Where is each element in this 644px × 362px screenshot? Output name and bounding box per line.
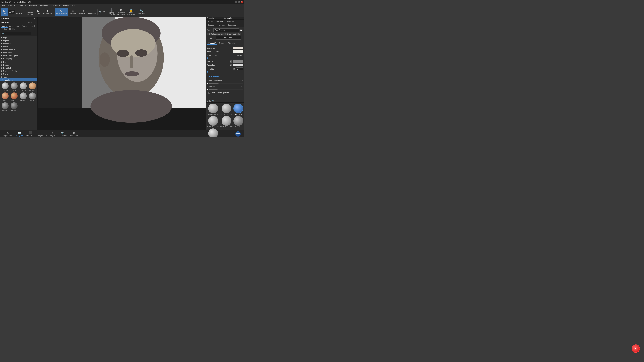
material-name-input[interactable] — [214, 28, 239, 32]
menu-ambiente[interactable]: Ambiente — [16, 4, 27, 7]
cat-stone[interactable]: ▶Stone — [0, 72, 38, 75]
preview-pm3d-1[interactable]: PM3D_Sphere3D1 — [220, 116, 233, 128]
material-human-sk2[interactable]: Human Sk... — [1, 92, 10, 102]
close-panel-icon[interactable]: ✕ — [33, 17, 36, 20]
preview-sopracciglia02[interactable]: Sopracciglia_02 — [207, 104, 220, 115]
material-translucent1[interactable]: Transluce... — [28, 92, 37, 102]
reimposta-button[interactable]: ↺ Reimpostafotocamera — [116, 7, 126, 16]
campioni-slider-thumb[interactable] — [207, 89, 208, 90]
strumenti-button[interactable]: 🔧 Strumenti — [137, 7, 146, 16]
material-grey-skin[interactable]: Grey Skin — [19, 82, 28, 92]
modalita-button[interactable]: ⊞ Modalità diprestazioni — [25, 7, 34, 16]
texture-icon-btn[interactable]: ⊞ — [230, 60, 232, 63]
blocca-button[interactable]: 🔒 Bloccafotocamera — [126, 7, 136, 16]
texture-swatch[interactable] — [233, 60, 243, 63]
avanzate-title[interactable]: ▼ Avanzate — [207, 75, 220, 78]
indice-slider[interactable] — [209, 83, 243, 84]
menu-auto[interactable]: Auto — [71, 4, 78, 7]
menu-file[interactable]: File — [1, 4, 6, 7]
minimize-button[interactable]: — — [236, 1, 238, 3]
tipo-value[interactable]: Traslucente — [216, 36, 241, 39]
menu-modifica[interactable]: Modifica — [7, 4, 16, 7]
grafico-materiale-button[interactable]: ⊞ Grafico materiale — [207, 32, 225, 35]
tab-textures[interactable]: Text... — [14, 25, 21, 28]
riduci-button[interactable]: ✦ Riduci rumore — [42, 7, 53, 16]
material-human-sk4[interactable]: Transluce... — [19, 92, 28, 102]
cat-metal[interactable]: ▶Metal — [0, 45, 38, 48]
viewport[interactable] — [38, 17, 206, 130]
tab-modelli[interactable]: Modelli — [8, 28, 16, 31]
material-grey-eye[interactable]: Grey Eye — [1, 82, 10, 92]
menu-rendering[interactable]: Rendering — [38, 4, 50, 7]
panel-close-icon[interactable]: ✕ — [34, 21, 36, 24]
cat-toon[interactable]: ▶Toon — [0, 75, 38, 78]
cat-translucent[interactable]: ▼Translucent — [0, 78, 38, 81]
preview-grey-eye[interactable]: Grey Eye — [207, 128, 220, 137]
preview-sopracciglia01[interactable]: Sopracciglia_01 — [220, 104, 233, 115]
material-human-sk1[interactable]: Human Sk... — [28, 82, 37, 92]
refresh-icon[interactable]: ↺ — [35, 32, 36, 35]
cat-miscellaneous[interactable]: ▶Miscellaneous — [0, 48, 38, 51]
tab-materials[interactable]: Mate... — [1, 25, 8, 28]
tab-scena[interactable]: Scena — [206, 19, 214, 23]
ruvidita-slider-thumb[interactable] — [207, 71, 208, 72]
right-expand-icon[interactable]: □ — [242, 17, 243, 19]
panel-expand-icon[interactable]: □ — [31, 21, 33, 24]
search-materials-icon[interactable]: 🔍 — [212, 99, 214, 102]
suspend-button[interactable]: ⏸ Sospendi — [15, 7, 24, 16]
grid-view-icon[interactable]: ⊞ — [31, 32, 33, 35]
tab-keyvr[interactable]: ◈ KeyVR — [50, 131, 56, 137]
tab-progetto[interactable]: 📖 Progetto — [16, 131, 23, 137]
cat-scattering[interactable]: ▶Scattering Medium — [0, 69, 38, 72]
expand-icon[interactable]: □ — [31, 17, 33, 20]
indice-slider-thumb[interactable] — [207, 83, 208, 84]
superficie-swatch[interactable] — [233, 46, 243, 49]
carrellata-button[interactable]: ⊙ Carrellata — [78, 7, 87, 16]
grid-icon[interactable]: ⊞ — [207, 99, 209, 102]
cat-light[interactable]: ▶Light — [0, 36, 38, 39]
list-icon[interactable]: ⊟ — [209, 99, 211, 102]
list-view-icon[interactable]: ≡ — [33, 32, 34, 35]
cat-plastic[interactable]: ▶Plastic — [0, 63, 38, 66]
material-translucent2[interactable]: Transluce... — [1, 102, 10, 111]
preview-skin-shader[interactable]: Skin Shader — [234, 104, 243, 115]
tab-etichette[interactable]: Etichette — [227, 42, 237, 45]
percent-dropdown[interactable]: 50 % ▾ — [8, 10, 15, 14]
speculare-icon-btn[interactable]: ⊞ — [230, 64, 232, 66]
tab-ambi[interactable]: Ambi... — [21, 25, 28, 28]
cat-realcloth[interactable]: ▶RealCloth — [0, 66, 38, 69]
aggiungi-button[interactable]: ➕ Aggiungifotocamera — [106, 7, 116, 16]
tab-immagi[interactable]: Immagi... — [226, 23, 238, 27]
tab-illumin[interactable]: Illumin... — [206, 23, 216, 27]
tab-ambiente[interactable]: Ambiente — [225, 19, 236, 23]
ruvidita-icon-btn[interactable]: ⊞ — [233, 67, 236, 70]
gpu-button[interactable]: 🖥 GPU — [35, 7, 42, 16]
cat-multilayer[interactable]: ▶Multi-Layer Optics — [0, 54, 38, 57]
tab-prefe[interactable]: Prefe... — [1, 28, 8, 31]
speculare-swatch[interactable] — [233, 64, 243, 66]
menu-finestra[interactable]: Finestra — [62, 4, 71, 7]
panoramica-button[interactable]: ⊕ Panoramica — [68, 7, 78, 16]
cat-liquids[interactable]: ▶Liquids — [0, 39, 38, 42]
search-input[interactable] — [1, 32, 31, 35]
traslucenza-slider[interactable] — [209, 58, 243, 58]
tab-materiale[interactable]: Materiale — [214, 19, 225, 23]
traslucenza-slider-thumb[interactable] — [207, 57, 208, 59]
material-grey-hair[interactable]: Grey Hair — [10, 82, 18, 92]
preview-grey-hair[interactable]: Grey Hair — [234, 116, 243, 128]
maximize-button[interactable]: □ — [238, 1, 240, 3]
tab-fondali[interactable]: Fondali — [29, 25, 36, 28]
tab-proprieta[interactable]: Proprietà — [207, 42, 217, 45]
avvio-button[interactable]: ▶ Avvio — [1, 7, 8, 16]
tab-rendering[interactable]: 📷 Rendering — [59, 131, 66, 137]
cat-moldtech[interactable]: ▶Mold-Tech — [0, 51, 38, 54]
tab-texture[interactable]: Texture — [218, 42, 226, 45]
prospettiva-button[interactable]: ⬚ Prospettiva — [87, 7, 97, 16]
tab-colors[interactable]: Colori — [8, 25, 14, 28]
tab-fotoca[interactable]: Fotoca... — [216, 23, 226, 27]
tab-animazione[interactable]: ⬛ Animazione — [26, 131, 35, 137]
close-button[interactable]: ✕ — [241, 1, 243, 3]
rotation-button[interactable]: ↻ Rotazione totale — [55, 7, 68, 16]
ruvidita-slider[interactable] — [209, 72, 243, 72]
tab-keyshotxr[interactable]: ⊙ KeyShotXR — [38, 131, 47, 137]
